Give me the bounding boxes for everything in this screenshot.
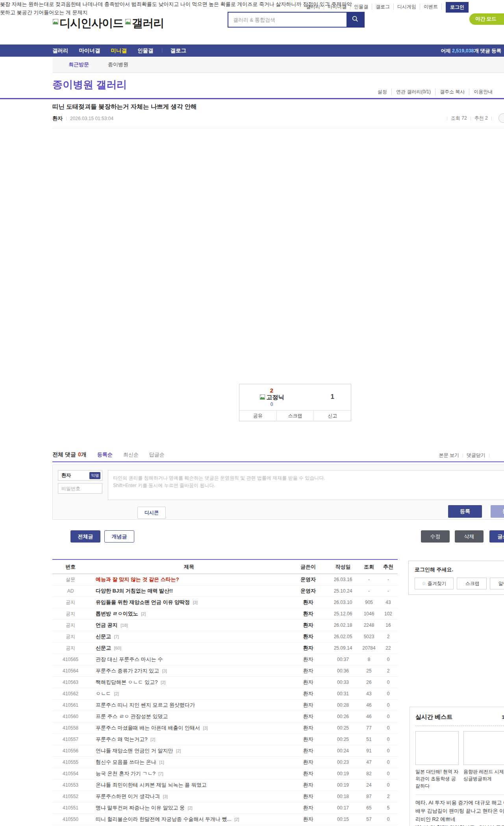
- table-row[interactable]: 410561 프룬주스 띠니 지인 쎈지 모르고 원샷했다가 환자 00:28 …: [52, 700, 398, 711]
- post-writer[interactable]: 환자: [289, 804, 327, 811]
- gallery-header-link[interactable]: 설정: [373, 89, 391, 95]
- upvote-area[interactable]: 2 고정닉 0: [250, 387, 294, 407]
- best-list-item[interactable]: 배우 김남길이 팬미팅 끝나고 현타온 이유.jpg: [415, 807, 504, 815]
- post-writer[interactable]: 환자: [289, 690, 327, 697]
- write-button[interactable]: 글쓰기: [489, 530, 504, 543]
- table-row[interactable]: 설문 예능과 잘 맞지 않는 것 같은 스타는? 운영자 26.03.16 - …: [52, 574, 398, 585]
- table-row[interactable]: 410557 푸룬주스 왜 먹는거고? [2] 환자 00:25 51 0: [52, 734, 398, 745]
- utility-link[interactable]: 마이너갤: [324, 4, 350, 10]
- table-row[interactable]: 공지 유입들을 위한 재앙소맨 언금 이유 양딱정 [3] 환자 26.03.1…: [52, 597, 398, 608]
- post-title-link[interactable]: 언금 공지: [96, 622, 118, 628]
- post-title-link[interactable]: 맹냐 말투컨퍼 짜증나는 이유 알았고 웅: [96, 805, 185, 811]
- post-writer[interactable]: 환자: [289, 679, 327, 686]
- sidebar-action-button[interactable]: ☆ 즐겨찾기: [415, 578, 454, 589]
- best-list-item[interactable]: '한·미·일 협력' 외치면서도...일본이 독도를: [415, 823, 504, 826]
- post-title-link[interactable]: ㅇㄴㄷ: [96, 691, 111, 696]
- post-writer[interactable]: 환자: [289, 713, 327, 720]
- comment-textarea[interactable]: 타인의 권리를 침해하거나 명예를 훼손하는 댓글은 운영원칙 및 관련 법률에…: [108, 470, 504, 500]
- post-title-link[interactable]: 톱번방 ㄹㅇ이었노: [96, 611, 138, 617]
- view-post-button[interactable]: 본문 보기: [439, 452, 459, 459]
- post-writer[interactable]: 환자: [289, 667, 327, 674]
- post-title-link[interactable]: 푸룬주스 왜 먹는거고?: [96, 736, 147, 742]
- post-writer[interactable]: 환자: [289, 702, 327, 709]
- nav-item[interactable]: 미니갤: [111, 47, 127, 54]
- nav-item[interactable]: 갤러리: [52, 47, 69, 54]
- gallery-header-link[interactable]: 연관 갤러리(0/1): [391, 89, 435, 95]
- table-row[interactable]: 410558 푸룬주스 마셨을때 배는 아픈데 배출이 안돼서 [3] 환자 0…: [52, 722, 398, 734]
- close-comments-button[interactable]: 댓글닫기: [467, 452, 485, 459]
- edit-button[interactable]: 수정: [421, 530, 450, 543]
- comment-submit-button-secondary[interactable]: 등록: [491, 505, 504, 518]
- post-writer[interactable]: 운영자: [289, 576, 327, 583]
- table-row[interactable]: 410560 프룬 주스 ㄹㅇ 관장성분 있댔고 환자 00:26 46 0: [52, 711, 398, 722]
- login-button[interactable]: 로그인: [446, 2, 469, 13]
- all-posts-button[interactable]: 전체글: [70, 530, 100, 543]
- post-title-link[interactable]: 예능과 잘 맞지 않는 것 같은 스타는?: [96, 576, 179, 582]
- comment-sort-option[interactable]: 최신순: [123, 451, 139, 458]
- report-button[interactable]: 신고: [313, 411, 351, 421]
- post-title-link[interactable]: 신문고: [96, 645, 111, 651]
- post-title-link[interactable]: 푸룬주스하면 이거 생각나긔: [96, 793, 160, 799]
- post-writer[interactable]: 환자: [289, 622, 327, 629]
- search-input[interactable]: [228, 13, 346, 27]
- table-row[interactable]: 410552 푸룬주스하면 이거 생각나긔 [3] 환자 00:18 87 2: [52, 791, 398, 802]
- post-writer[interactable]: 환자: [289, 770, 327, 777]
- utility-link[interactable]: 인물갤: [350, 4, 372, 10]
- best-list-item[interactable]: 메타, AI 투자 비용 증가에 대규모 해고 예정: [415, 798, 504, 807]
- best-card[interactable]: 음향판 레전드 시제 싱글벙글하게: [463, 731, 504, 789]
- comment-sort-option[interactable]: 등록순: [97, 451, 113, 458]
- table-row[interactable]: 410550 띠니 헐리불순이라 한달전에 자궁낭종 수술해서 두개나 뺐...…: [52, 814, 398, 825]
- post-title-link[interactable]: 푸룬주스 마셨을때 배는 아픈데 배출이 안돼서: [96, 725, 200, 731]
- night-mode-toggle[interactable]: 야간 모드: [469, 13, 504, 25]
- nav-item[interactable]: 인물갤: [137, 47, 154, 54]
- gallery-header-link[interactable]: 갤주소 복사: [435, 89, 469, 95]
- post-writer[interactable]: 환자: [289, 736, 327, 743]
- post-writer[interactable]: 운영자: [289, 587, 327, 594]
- post-title-link[interactable]: 유입들을 위한 재앙소맨 언금 이유 양딱정: [96, 599, 190, 605]
- post-title-link[interactable]: 언냐들 재앙소맨 언금인 거 알지만: [96, 748, 173, 754]
- post-writer[interactable]: 환자: [289, 633, 327, 640]
- post-writer[interactable]: 환자: [289, 610, 327, 617]
- post-title-link[interactable]: 띠니 헐리불순이라 한달전에 자궁낭종 수술해서 두개나 뺐...: [96, 816, 232, 822]
- post-title-link[interactable]: 프룬주스 띠니 지인 쎈지 모르고 원샷했다가: [96, 702, 195, 708]
- utility-link[interactable]: 갤러리: [302, 4, 324, 10]
- post-writer[interactable]: 환자: [289, 793, 327, 800]
- delete-button[interactable]: 삭제: [455, 530, 484, 543]
- comment-nickname-field[interactable]: 환자 익명: [58, 470, 102, 481]
- post-writer[interactable]: 환자: [289, 645, 327, 652]
- gallery-header-link[interactable]: 이용안내: [469, 89, 497, 95]
- table-row[interactable]: 공지 톱번방 ㄹㅇ이었노 [2] 환자 25.12.06 1046 102: [52, 608, 398, 620]
- sidebar-action-button[interactable]: 알림: [490, 578, 504, 589]
- post-title-link[interactable]: 관장 대신 푸룬주스 마시는 수: [96, 656, 163, 662]
- post-title-link[interactable]: 프룬 주스 ㄹㅇ 관장성분 있댔고: [96, 713, 168, 719]
- post-writer[interactable]: 환자: [289, 816, 327, 823]
- table-row[interactable]: 410556 언냐들 재앙소맨 언금인 거 알지만 [2] 환자 00:24 9…: [52, 745, 398, 757]
- post-title-link[interactable]: 푸룬주스 종류가 2가지 있고: [96, 668, 159, 674]
- site-logo[interactable]: 디시인사이드 갤러리: [52, 15, 164, 31]
- post-writer[interactable]: 환자: [289, 759, 327, 766]
- post-title-link[interactable]: 신문고: [96, 633, 111, 639]
- nav-item[interactable]: 갤로그: [170, 47, 187, 54]
- table-row[interactable]: 410551 맹냐 말투컨퍼 짜증나는 이유 알았고 웅 [2] 환자 00:1…: [52, 802, 398, 814]
- sidebar-action-button[interactable]: 스크랩: [457, 578, 487, 589]
- post-writer[interactable]: 환자: [289, 656, 327, 663]
- post-title-link[interactable]: 혐신수 모음플 쓰다는 온냐: [96, 759, 156, 765]
- table-row[interactable]: 410565 관장 대신 푸룬주스 마시는 수 환자 00:37 8 0: [52, 654, 398, 665]
- post-writer[interactable]: 환자: [289, 599, 327, 606]
- post-writer[interactable]: 환자: [289, 747, 327, 754]
- search-button[interactable]: [346, 13, 364, 27]
- utility-link[interactable]: 디시게임: [393, 4, 420, 10]
- table-row[interactable]: 공지 언금 공지 [18] 환자 26.02.18 2248 16: [52, 620, 398, 631]
- table-row[interactable]: 410564 푸룬주스 종류가 2가지 있고 [3] 환자 00:36 25 2: [52, 665, 398, 677]
- best-list-item[interactable]: 리비안 R2 예쁘네: [415, 815, 504, 823]
- table-row[interactable]: 410563 짹해킹당해본 ㅇㄴㄷ 있고? [2] 환자 00:33 26 0: [52, 677, 398, 688]
- comment-submit-button[interactable]: 등록: [448, 505, 482, 518]
- post-writer[interactable]: 환자: [289, 724, 327, 732]
- breadcrumb-recent-visits[interactable]: 최근방문: [69, 61, 89, 68]
- table-row[interactable]: 공지 신문고 [7] 환자 26.02.05 5023 2: [52, 631, 398, 643]
- table-row[interactable]: 410555 혐신수 모음플 쓰다는 온냐 [1] 환자 00:23 47 0: [52, 757, 398, 768]
- post-author[interactable]: 환자: [52, 115, 63, 122]
- utility-link[interactable]: 갤로그: [372, 4, 393, 10]
- table-row[interactable]: 410562 ㅇㄴㄷ [2] 환자 00:31 43 0: [52, 688, 398, 700]
- realtime-best-pagination[interactable]: 1/: [502, 714, 504, 720]
